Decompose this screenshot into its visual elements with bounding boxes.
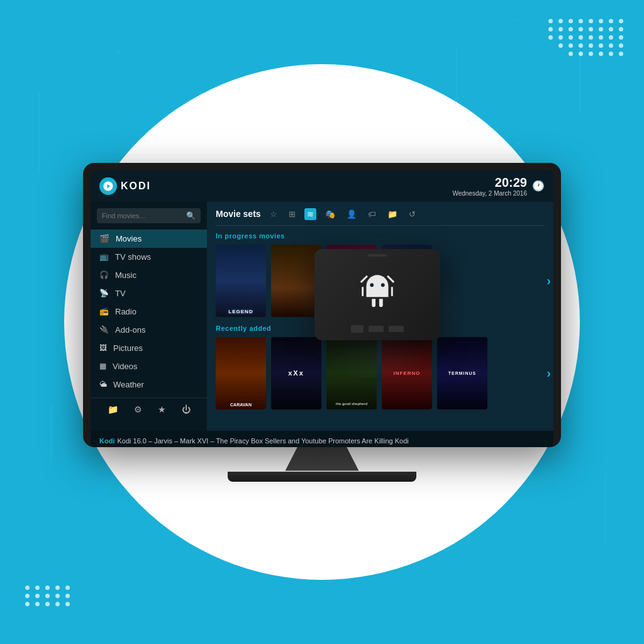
music-icon: 🎧 — [99, 270, 109, 279]
tv-stand — [83, 447, 561, 482]
sidebar-bottom: 📁 ⚙ ★ ⏻ — [91, 397, 207, 421]
svg-line-2 — [361, 276, 367, 282]
ticker-text: Kodi 16.0 – Jarvis – Mark XVI – The Pira… — [117, 437, 408, 445]
android-logo-svg — [355, 269, 399, 313]
videos-label: Videos — [113, 362, 138, 371]
pictures-label: Pictures — [113, 343, 143, 353]
pictures-icon: 🖼 — [99, 343, 107, 352]
sidebar-item-videos[interactable]: ▦ Videos — [91, 357, 207, 375]
stand-neck — [281, 447, 363, 471]
ticker-brand: Kodi — [99, 437, 114, 445]
svg-point-1 — [381, 283, 385, 287]
movies-icon: 🎬 — [99, 234, 109, 243]
addons-label: Add-ons — [115, 325, 145, 335]
kodi-datetime: 20:29 Wednesday, 2 March 2016 🕐 — [452, 175, 545, 197]
sidebar-item-tv[interactable]: 📡 TV — [91, 284, 207, 303]
white-circle: KODI 20:29 Wednesday, 2 March 2016 🕐 — [64, 64, 580, 580]
arrow-right-1[interactable]: › — [547, 274, 551, 288]
sidebar-item-pictures[interactable]: 🖼 Pictures — [91, 339, 207, 357]
weather-label: Weather — [113, 380, 144, 389]
mask-view-icon[interactable]: 🎭 — [323, 208, 338, 220]
kodi-sidebar: 🔍 🎬 Movies 📺 TV shows 🎧 Music — [91, 202, 207, 431]
tv-icon: 📡 — [99, 289, 109, 297]
box-led — [368, 254, 387, 257]
stand-base — [228, 472, 416, 482]
dots-top-right — [548, 19, 625, 56]
clock-icon: 🕐 — [532, 180, 545, 192]
sidebar-item-movies[interactable]: 🎬 Movies — [91, 230, 207, 248]
radio-label: Radio — [115, 307, 136, 316]
grid-view-icon[interactable]: ⊞ — [286, 208, 298, 220]
folder-view-icon[interactable]: 📁 — [385, 208, 400, 220]
videos-icon: ▦ — [99, 362, 106, 370]
dots-bottom-left — [25, 586, 72, 606]
movie-sets-title: Movie sets — [216, 209, 261, 219]
tvshows-icon: 📺 — [99, 252, 109, 261]
settings-icon[interactable]: ⚙ — [134, 404, 142, 414]
person-view-icon[interactable]: 👤 — [344, 208, 359, 220]
port-hdmi — [369, 326, 384, 332]
sidebar-item-music[interactable]: 🎧 Music — [91, 266, 207, 284]
tvshows-label: TV shows — [115, 252, 151, 262]
android-icon — [355, 269, 399, 320]
kodi-logo: KODI — [99, 177, 151, 195]
port-power — [389, 326, 404, 332]
movie-sets-bar: Movie sets ☆ ⊞ ≋ 🎭 👤 🏷 📁 ↺ — [216, 208, 545, 226]
refresh-icon[interactable]: ↺ — [406, 208, 418, 220]
box-ports — [351, 325, 404, 333]
box-body — [314, 249, 440, 340]
sidebar-item-tvshows[interactable]: 📺 TV shows — [91, 248, 207, 266]
kodi-time-display: 20:29 — [452, 175, 527, 190]
star-view-icon[interactable]: ☆ — [267, 208, 280, 220]
kodi-ticker: Kodi Kodi 16.0 – Jarvis – Mark XVI – The… — [91, 431, 553, 447]
favorites-icon[interactable]: ★ — [158, 404, 166, 414]
in-progress-label: In progress movies — [216, 232, 545, 240]
addons-icon: 🔌 — [99, 325, 109, 334]
svg-point-0 — [370, 283, 374, 287]
active-view-icon[interactable]: ≋ — [304, 208, 316, 220]
power-icon[interactable]: ⏻ — [182, 404, 191, 414]
kodi-date-display: Wednesday, 2 March 2016 — [452, 190, 527, 197]
port-usb — [351, 325, 364, 333]
movie-card-legend[interactable]: LEGEND — [216, 245, 266, 317]
tv-unit: KODI 20:29 Wednesday, 2 March 2016 🕐 — [83, 163, 561, 482]
folder-icon[interactable]: 📁 — [108, 404, 118, 414]
arrow-right-2[interactable]: › — [547, 366, 551, 380]
kodi-logo-icon — [99, 177, 117, 195]
movie-card-caravan[interactable]: Caravan — [216, 337, 266, 409]
weather-icon: 🌥 — [99, 380, 107, 389]
radio-icon: 📻 — [99, 307, 109, 316]
sidebar-item-radio[interactable]: 📻 Radio — [91, 303, 207, 321]
kodi-logo-text: KODI — [121, 180, 151, 192]
search-input[interactable] — [102, 212, 182, 219]
svg-line-3 — [387, 276, 394, 282]
tv-label: TV — [115, 289, 126, 298]
music-label: Music — [115, 270, 136, 280]
movies-label: Movies — [116, 234, 142, 243]
sidebar-item-addons[interactable]: 🔌 Add-ons — [91, 321, 207, 339]
kodi-icon — [103, 180, 114, 192]
search-icon: 🔍 — [186, 211, 196, 220]
kodi-header: KODI 20:29 Wednesday, 2 March 2016 🕐 — [91, 170, 553, 202]
android-box — [308, 249, 447, 369]
tag-view-icon[interactable]: 🏷 — [365, 208, 379, 220]
search-box[interactable]: 🔍 — [97, 208, 201, 223]
sidebar-item-weather[interactable]: 🌥 Weather — [91, 375, 207, 394]
